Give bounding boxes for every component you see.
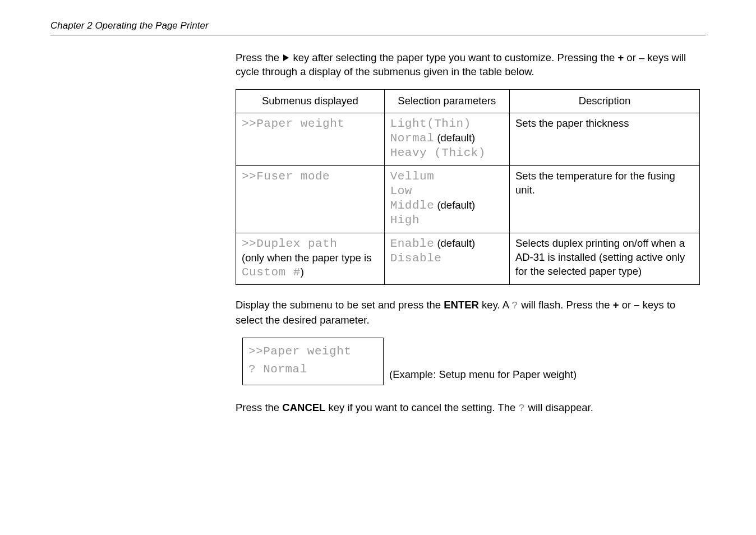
submenu-table: Submenus displayed Selection parameters … (236, 89, 700, 285)
plus-key: + (617, 52, 624, 63)
page-root: Chapter 2 Operating the Page Printer Pre… (0, 0, 756, 448)
lcd-line-1: >>Paper weight (248, 343, 374, 361)
question-mark-icon: ? (511, 299, 518, 312)
text: Press the (236, 402, 282, 413)
submenu-cell: >>Fuser mode (236, 165, 385, 233)
lcd-text: Disable (390, 251, 504, 266)
text: Display the submenu to be set and press … (236, 299, 444, 311)
lcd-text: Custom # (242, 266, 301, 279)
submenu-cell: >>Paper weight (236, 113, 385, 165)
lcd-text: >>Fuser mode (242, 170, 330, 183)
default-label: (default) (437, 237, 475, 249)
text: will disappear. (525, 402, 593, 413)
final-paragraph: Press the CANCEL key if you want to canc… (236, 401, 700, 416)
text: will flash. Press the (518, 299, 613, 311)
table-row: >>Duplex path (only when the paper type … (236, 233, 700, 284)
example-block: >>Paper weight ? Normal (Example: Setup … (242, 338, 700, 385)
lcd-text: Low (390, 184, 504, 199)
lcd-text: Light(Thin) (390, 117, 504, 131)
lcd-text: Enable (390, 237, 435, 250)
text: Press the (236, 52, 282, 63)
default-label: (default) (437, 132, 475, 144)
col-description: Description (509, 89, 699, 113)
header-rule (50, 35, 706, 35)
submenu-cell: >>Duplex path (only when the paper type … (236, 233, 385, 284)
desc-cell: Selects duplex printing on/off when a AD… (509, 233, 699, 284)
desc-cell: Sets the paper thickness (509, 113, 699, 165)
submenu-note: (only when the paper type is Custom #) (242, 252, 371, 278)
text: (only when the paper type is (242, 252, 371, 264)
middle-paragraph: Display the submenu to be set and press … (236, 298, 700, 328)
col-submenus: Submenus displayed (236, 89, 385, 113)
col-selection: Selection parameters (384, 89, 509, 113)
params-cell: Vellum Low Middle (default) High (384, 165, 509, 233)
right-triangle-icon (283, 54, 289, 61)
lcd-text: Vellum (390, 169, 504, 184)
lcd-text: Normal (390, 132, 435, 145)
chapter-header: Chapter 2 Operating the Page Printer (50, 20, 706, 31)
desc-cell: Sets the temperature for the fusing unit… (509, 165, 699, 233)
text: or (619, 299, 634, 311)
table-row: >>Paper weight Light(Thin) Normal (defau… (236, 113, 700, 165)
lcd-text: High (390, 213, 504, 228)
lcd-text: Heavy (Thick) (390, 146, 504, 160)
cancel-key: CANCEL (282, 402, 325, 413)
question-mark-icon: ? (519, 402, 525, 414)
table-row: >>Fuser mode Vellum Low Middle (default)… (236, 165, 700, 233)
params-cell: Enable (default) Disable (384, 233, 509, 284)
text: key if you want to cancel the setting. T… (325, 402, 518, 413)
text: key after selecting the paper type you w… (290, 52, 617, 63)
lcd-text: >>Paper weight (242, 117, 344, 130)
lcd-text: Middle (390, 199, 435, 212)
params-cell: Light(Thin) Normal (default) Heavy (Thic… (384, 113, 509, 165)
default-label: (default) (437, 199, 475, 211)
intro-paragraph: Press the key after selecting the paper … (236, 51, 700, 79)
body-content: Press the key after selecting the paper … (236, 51, 700, 416)
text: key. A (479, 299, 511, 311)
text: ) (301, 266, 304, 278)
table-header-row: Submenus displayed Selection parameters … (236, 89, 700, 113)
minus-key: – (634, 299, 639, 311)
lcd-text: >>Duplex path (242, 237, 379, 251)
lcd-display-box: >>Paper weight ? Normal (242, 338, 384, 385)
enter-key: ENTER (444, 299, 479, 311)
example-caption: (Example: Setup menu for Paper weight) (389, 368, 577, 385)
lcd-line-2: ? Normal (248, 361, 374, 379)
plus-key: + (613, 299, 619, 311)
